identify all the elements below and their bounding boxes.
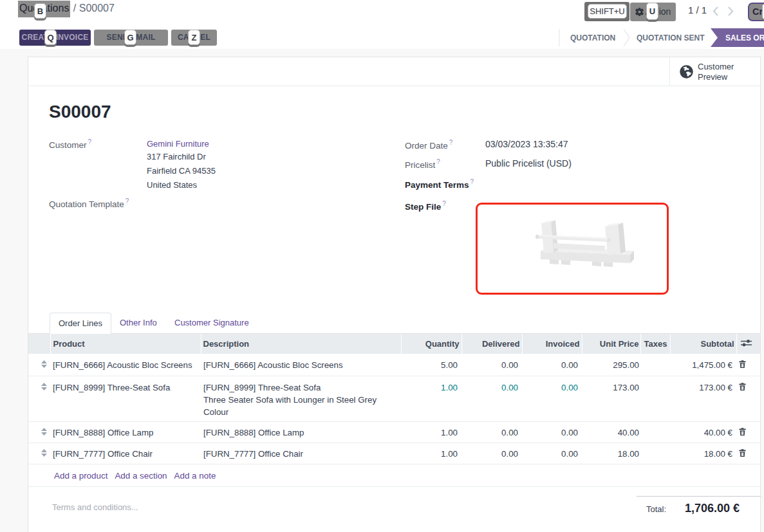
svg-text:SALES ORDER: SALES ORDER xyxy=(725,33,764,42)
svg-text:QUOTATION SENT: QUOTATION SENT xyxy=(637,33,705,42)
svg-text:QUOTATION: QUOTATION xyxy=(570,33,615,42)
